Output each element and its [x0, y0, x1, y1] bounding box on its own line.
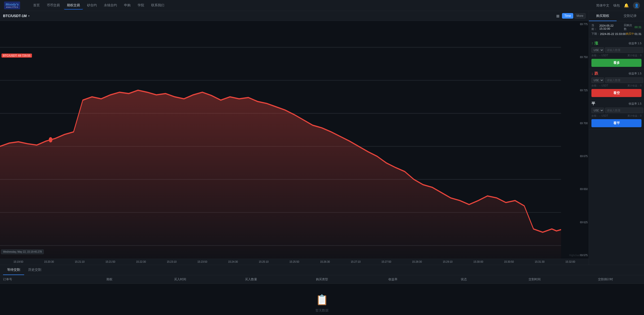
next-status: 购买中 [626, 32, 634, 36]
nav-item-sand[interactable]: 砂合约 [84, 2, 100, 10]
lang-switcher[interactable]: 简体中文 [596, 3, 609, 8]
count-value: 00:31 [634, 26, 641, 29]
time-tick-3: 15:21:10 [64, 260, 95, 263]
flat-total-label: 累计收益：0 [627, 114, 641, 118]
chart-area: 69 775 69 750 69 725 69 700 69 675 69 65… [0, 21, 589, 259]
svg-point-7 [49, 137, 53, 142]
price-tick-5: 69 675 [575, 155, 588, 158]
col-order-id: 订单号 [3, 277, 74, 282]
up-amount-input[interactable] [605, 47, 643, 53]
notification-bell-icon[interactable]: 🔔 [624, 3, 629, 8]
up-direction-section: ↑ 涨 收益率 1.5 USDT USDT 余额：-- USDT 累计收益：0 … [589, 39, 644, 69]
col-countdown: 交割倒计时 [570, 277, 641, 282]
time-tick-17: 15:30:50 [494, 260, 524, 263]
up-direction-label: ↑ 涨 [591, 41, 598, 46]
down-balance-label: 余额：-- USDT [591, 84, 608, 87]
col-buy-amount: 买入数量 [216, 277, 287, 282]
flat-yield-text: 收益率 1.5 [629, 102, 641, 106]
col-buy-time: 买入时间 [145, 277, 216, 282]
down-direction-label: ↓ 跌 [591, 71, 598, 76]
time-tick-5: 15:22:30 [126, 260, 156, 263]
nav-item-futures[interactable]: 永续合约 [101, 2, 120, 10]
time-tick-12: 15:27:10 [340, 260, 371, 263]
up-currency-select[interactable]: USDT [591, 47, 604, 53]
down-direction-section: ↓ 跌 收益率 1.5 USDT USDT 余额：-- USDT 累计收益：0 … [589, 69, 644, 99]
nav-item-spot[interactable]: 币币交易 [44, 2, 63, 10]
btn-buy-flat[interactable]: 看平 [591, 119, 641, 127]
logo[interactable]: Moody's ANALYTICS [4, 2, 24, 10]
col-buy-type: 购买类型 [287, 277, 357, 282]
col-option: 期权 [74, 277, 145, 282]
time-axis: 15:19:50 15:20:30 15:21:10 15:21:50 15:2… [0, 259, 589, 265]
flat-direction-label: 平 [591, 101, 595, 106]
navbar: Moody's ANALYTICS 首页 币币交易 期权交易 砂合约 永续合约 … [0, 0, 644, 11]
up-total-label: 累计收益：0 [627, 54, 641, 57]
bottom-panel: 等待交割 历史交割 订单号 期权 买入时间 买入数量 购买类型 收益率 状态 交… [0, 265, 644, 315]
symbol-chevron-icon: ▾ [28, 15, 29, 17]
period-info: 当前： 2024-05-22 15:32:00 回购次数 00:31 下期： 2… [589, 21, 644, 39]
table-header: 订单号 期权 买入时间 买入数量 购买类型 收益率 状态 交割时间 交割倒计时 [0, 275, 644, 284]
bottom-tabs: 等待交割 历史交割 [0, 265, 644, 275]
current-label: 当前： [591, 23, 599, 31]
time-tick-4: 15:21:50 [95, 260, 126, 263]
chart-svg [0, 21, 589, 259]
btn-buy-up[interactable]: 看多 [591, 59, 641, 67]
tab-history-settlement[interactable]: 历史交割 [24, 265, 45, 275]
right-panel-tabs: 购买期权 交割记录 [589, 11, 644, 21]
chart-tooltip: Wednesday, May 22, 15:19:40.278 [1, 249, 44, 254]
tab-pending-settlement[interactable]: 等待交割 [3, 265, 24, 275]
flat-currency-select[interactable]: USDT [591, 108, 604, 113]
next-period-row: 下期： 2024-05-22 15:33:00 购买中 01:31 [591, 32, 641, 36]
count-label: 回购次数 [624, 23, 634, 31]
price-tick-6: 69 650 [575, 188, 588, 191]
time-tick-13: 15:27:50 [371, 260, 402, 263]
logo-sub-text: ANALYTICS [6, 6, 19, 8]
flat-direction-header: 平 收益率 1.5 [591, 101, 641, 106]
nav-item-options[interactable]: 期权交易 [64, 2, 83, 10]
time-tick-19: 15:32:00 [555, 260, 586, 263]
time-tick-1: 15:19:50 [3, 260, 34, 263]
time-tick-16: 15:30:00 [463, 260, 494, 263]
symbol-text: BTC/USDT-1M [3, 14, 27, 18]
down-amount-input[interactable] [605, 77, 643, 83]
down-total-label: 累计收益：0 [627, 84, 641, 87]
nav-item-home[interactable]: 首页 [30, 2, 43, 10]
flat-amount-input[interactable] [605, 108, 643, 113]
chart-toolbar: BTC/USDT-1M ▾ ▦ Time More [0, 11, 589, 21]
btn-buy-down[interactable]: 看空 [591, 89, 641, 97]
wallet-btn[interactable]: 钱包 [613, 3, 620, 8]
price-axis: 69 775 69 750 69 725 69 700 69 675 69 65… [574, 21, 589, 259]
chart-bar-icon-btn[interactable]: ▦ [555, 13, 561, 19]
down-input-row: USDT USDT [591, 77, 641, 83]
chart-watermark: Highcharts.com [569, 254, 587, 257]
chart-section: BTC/USDT-1M ▾ ▦ Time More 69 775 69 750 … [0, 11, 589, 265]
time-tick-14: 15:28:30 [402, 260, 432, 263]
chart-time-btn[interactable]: Time [562, 13, 573, 19]
next-value: 2024-05-22 15:33:00 [600, 32, 626, 35]
price-tick-7: 69 625 [575, 221, 588, 224]
flat-balance-label: 余额：-- USDT [591, 114, 608, 118]
up-balance-row: 余额：-- USDT 累计收益：0 [591, 54, 641, 57]
nav-item-contact[interactable]: 联系我们 [148, 2, 167, 10]
chart-more-btn[interactable]: More [574, 13, 586, 19]
current-value: 2024-05-22 15:32:00 [599, 24, 624, 30]
nav-right: 简体中文 钱包 🔔 👤 [596, 2, 640, 9]
time-tick-11: 15:26:30 [310, 260, 340, 263]
time-tick-15: 15:29:10 [432, 260, 463, 263]
tab-settlement-records[interactable]: 交割记录 [617, 11, 644, 21]
nav-item-academy[interactable]: 学院 [135, 2, 147, 10]
down-currency-select[interactable]: USDT [591, 77, 604, 83]
up-yield-text: 收益率 1.5 [629, 41, 641, 45]
tab-buy-options[interactable]: 购买期权 [589, 11, 617, 21]
logo-main-text: Moody's [6, 3, 19, 7]
time-tick-9: 15:25:10 [248, 260, 279, 263]
chart-symbol[interactable]: BTC/USDT-1M ▾ [3, 14, 29, 18]
col-settle-time: 交割时间 [499, 277, 570, 282]
nav-item-apply[interactable]: 申购 [121, 2, 134, 10]
col-yield: 收益率 [357, 277, 428, 282]
up-direction-header: ↑ 涨 收益率 1.5 [591, 41, 641, 46]
flat-direction-section: 平 收益率 1.5 USDT USDT 余额：-- USDT 累计收益：0 看平 [589, 99, 644, 129]
up-balance-label: 余额：-- USDT [591, 54, 608, 57]
price-tick-3: 69 725 [575, 89, 588, 92]
user-avatar[interactable]: 👤 [633, 2, 640, 9]
